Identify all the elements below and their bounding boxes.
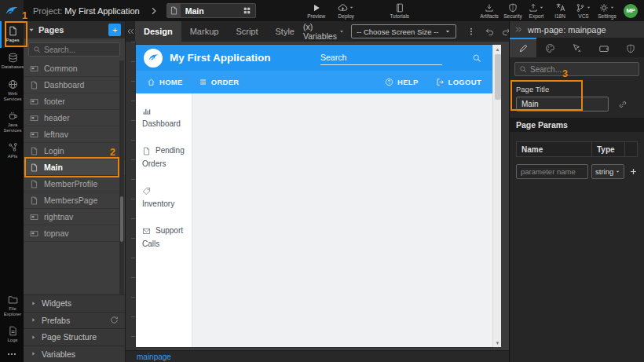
page-title-input[interactable] <box>516 97 609 112</box>
page-icon <box>30 180 38 188</box>
properties-panel-title-bar: wm-page: mainpage <box>510 21 644 38</box>
export-button[interactable]: Export <box>525 0 548 21</box>
sidenav-pending-orders[interactable]: Pending Orders <box>142 144 185 170</box>
rail-item-apis[interactable]: APIs <box>0 137 24 164</box>
rail-item-java-services[interactable]: Java Services <box>0 106 24 137</box>
pages-scrollbar-thumb[interactable] <box>120 196 123 242</box>
tab-script[interactable]: Script <box>227 21 266 42</box>
rail-item-databases[interactable]: Databases <box>0 48 24 75</box>
scroll-down-arrow[interactable]: ▼ <box>493 338 502 347</box>
nav-help[interactable]: HELP <box>385 78 419 86</box>
i18n-button[interactable]: I18N <box>548 0 572 21</box>
artifacts-button[interactable]: Artifacts <box>478 0 501 21</box>
nav-logout[interactable]: LOGOUT <box>436 78 481 86</box>
canvas-scrollbar[interactable]: ▲ ▼ <box>492 45 501 347</box>
collapse-right-panel-button[interactable] <box>514 25 523 34</box>
scroll-up-arrow[interactable]: ▲ <box>493 45 502 53</box>
wavemaker-logo[interactable] <box>0 0 24 21</box>
more-menu-button[interactable] <box>467 27 476 36</box>
vcs-button[interactable]: VCS <box>572 0 595 21</box>
section-widgets[interactable]: Widgets <box>24 294 125 312</box>
help-icon <box>385 78 393 86</box>
canvas-scrollbar-thumb[interactable] <box>495 54 501 100</box>
device-icon <box>598 43 609 54</box>
tab-markup[interactable]: Markup <box>181 21 228 42</box>
page-item-topnav[interactable]: topnav <box>24 225 125 242</box>
refresh-icon[interactable] <box>110 316 119 324</box>
grid-icon[interactable] <box>243 6 251 15</box>
page-item-footer[interactable]: footer <box>24 93 125 110</box>
undo-button[interactable] <box>484 27 494 37</box>
page-selector[interactable]: Main <box>166 3 256 18</box>
caret-right-icon <box>30 334 37 341</box>
pages-panel: Pages Common Dashboard footer header lef… <box>24 21 126 362</box>
properties-tabs <box>510 38 644 57</box>
rail-item-pages[interactable]: Pages <box>0 21 24 48</box>
screen-size-select[interactable]: -- Choose Screen Size -- <box>351 24 456 38</box>
page-item-memberspage[interactable]: MembersPage <box>24 192 125 209</box>
collapse-left-icon <box>126 27 135 36</box>
pages-panel-header[interactable]: Pages <box>24 21 125 38</box>
app-header[interactable]: My First Application Search <box>136 45 492 71</box>
sidenav-inventory[interactable]: Inventory <box>142 184 185 210</box>
properties-search[interactable] <box>514 62 639 76</box>
bind-link-icon[interactable] <box>618 100 628 109</box>
collapse-left-panel-button[interactable] <box>126 27 135 36</box>
page-item-main[interactable]: Main <box>24 159 125 176</box>
security-button[interactable]: Security <box>501 0 525 21</box>
tab-styles[interactable] <box>536 38 563 57</box>
sidenav-dashboard[interactable]: Dashboard <box>142 104 185 130</box>
nav-order[interactable]: ORDER <box>199 78 240 86</box>
sidenav-support-calls[interactable]: Support Calls <box>142 224 185 250</box>
more-options-button[interactable] <box>0 348 24 360</box>
properties-search-input[interactable] <box>530 65 635 74</box>
page-icon <box>30 196 38 205</box>
mail-icon <box>142 227 151 236</box>
preview-button[interactable]: Preview <box>305 0 328 21</box>
param-type-select[interactable]: string <box>591 164 624 179</box>
logout-icon <box>436 78 445 86</box>
param-name-input[interactable] <box>516 164 588 179</box>
caret-down-icon <box>338 28 345 35</box>
tab-design[interactable]: Design <box>135 21 181 42</box>
add-param-button[interactable] <box>629 167 638 176</box>
pages-list: Common Dashboard footer header leftnav L… <box>24 60 125 294</box>
user-avatar[interactable]: MP <box>624 4 638 18</box>
deploy-button[interactable]: Deploy <box>335 0 358 21</box>
app-nav-bar: HOME ORDER HELP LOGOUT <box>136 71 492 93</box>
tab-security[interactable] <box>617 38 644 57</box>
tab-events[interactable] <box>563 38 590 57</box>
pages-search[interactable] <box>28 42 120 57</box>
app-search-field[interactable]: Search <box>320 51 442 65</box>
rail-item-web-services[interactable]: Web Services <box>0 75 24 106</box>
section-variables[interactable]: Variables <box>24 346 125 362</box>
page-item-leftnav[interactable]: leftnav <box>24 126 125 143</box>
nav-home[interactable]: HOME <box>147 78 183 86</box>
variables-dropdown[interactable]: (x) Variables <box>303 22 345 41</box>
section-prefabs[interactable]: Prefabs <box>24 312 125 329</box>
plus-icon <box>112 27 119 34</box>
app-content-area[interactable] <box>192 93 492 347</box>
tab-device[interactable] <box>591 38 617 57</box>
page-item-memberprofile[interactable]: MemberProfile <box>24 176 125 192</box>
pages-icon <box>8 26 18 36</box>
topbar-left-actions: Preview Deploy Tutorials <box>305 0 412 21</box>
rail-item-logs[interactable]: Logs <box>0 321 24 348</box>
tab-properties[interactable] <box>510 38 536 57</box>
page-item-rightnav[interactable]: rightnav <box>24 209 125 225</box>
breadcrumb-mainpage[interactable]: mainpage <box>137 353 171 361</box>
search-icon[interactable] <box>472 53 481 63</box>
pages-search-input[interactable] <box>44 46 115 54</box>
tab-style[interactable]: Style <box>267 21 303 42</box>
page-item-header[interactable]: header <box>24 110 125 126</box>
page-item-login[interactable]: Login <box>24 143 125 159</box>
rail-item-file-explorer[interactable]: File Explorer <box>0 290 24 321</box>
add-page-button[interactable] <box>108 24 121 36</box>
param-row: string <box>516 164 638 179</box>
page-item-dashboard[interactable]: Dashboard <box>24 77 125 93</box>
page-item-common[interactable]: Common <box>24 60 125 77</box>
settings-button[interactable]: Settings <box>595 0 619 21</box>
pages-scrollbar[interactable] <box>119 60 124 294</box>
tutorials-button[interactable]: Tutorials <box>388 0 412 21</box>
section-page-structure[interactable]: Page Structure <box>24 328 125 346</box>
